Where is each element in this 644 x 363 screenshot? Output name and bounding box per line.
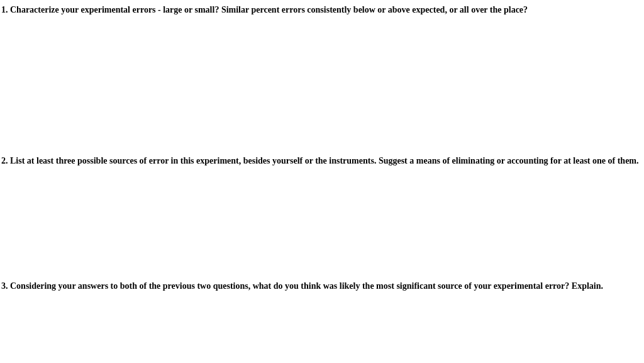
question-3: 3. Considering your answers to both of t…: [0, 280, 644, 293]
question-1: 1. Characterize your experimental errors…: [0, 4, 644, 16]
question-2: 2. List at least three possible sources …: [0, 155, 644, 167]
